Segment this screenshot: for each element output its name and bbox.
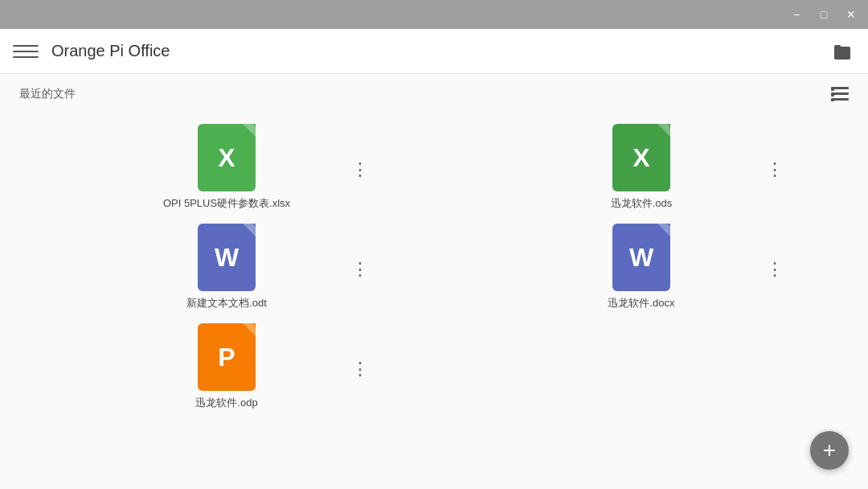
file-item-docx: W 迅龙软件.docx ⋮ <box>434 224 849 310</box>
file-item-odp: P 迅龙软件.odp ⋮ <box>19 323 434 410</box>
file-item-xlsx: X OPI 5PLUS硬件参数表.xlsx ⋮ <box>19 124 434 211</box>
more-menu-docx[interactable]: ⋮ <box>766 259 784 280</box>
file-icon-ods[interactable]: X <box>612 124 670 191</box>
maximize-button[interactable]: □ <box>817 7 831 22</box>
menu-icon[interactable] <box>13 39 39 64</box>
file-item-ods: X 迅龙软件.ods ⋮ <box>434 124 849 211</box>
svg-rect-5 <box>831 99 834 101</box>
file-letter-xlsx: X <box>218 143 235 173</box>
file-letter-ods: X <box>633 143 649 173</box>
more-menu-ods[interactable]: ⋮ <box>766 159 784 180</box>
file-name-docx: 迅龙软件.docx <box>608 296 674 310</box>
fab-button[interactable]: + <box>810 431 849 470</box>
section-header: 最近的文件 <box>19 87 849 101</box>
content-area: 最近的文件 X OPI 5PLUS硬件参数表.xlsx ⋮ <box>0 74 868 489</box>
more-menu-odp[interactable]: ⋮ <box>351 359 370 380</box>
file-icon-docx[interactable]: W <box>612 224 670 291</box>
file-letter-odt: W <box>215 243 239 273</box>
files-grid: X OPI 5PLUS硬件参数表.xlsx ⋮ X 迅龙软件.ods ⋮ W 新… <box>19 117 849 410</box>
file-icon-odp[interactable]: P <box>198 323 256 391</box>
file-name-odt: 新建文本文档.odt <box>186 296 267 310</box>
list-view-icon[interactable] <box>831 87 849 101</box>
title-bar: − □ ✕ <box>0 0 868 29</box>
file-icon-odt[interactable]: W <box>198 224 256 291</box>
folder-icon[interactable] <box>829 39 855 64</box>
file-name-xlsx: OPI 5PLUS硬件参数表.xlsx <box>163 196 290 211</box>
file-icon-xlsx[interactable]: X <box>198 124 256 191</box>
file-name-ods: 迅龙软件.ods <box>611 196 673 211</box>
files-row-1: X OPI 5PLUS硬件参数表.xlsx ⋮ X 迅龙软件.ods ⋮ <box>19 124 849 211</box>
file-letter-odp: P <box>218 343 235 372</box>
file-name-odp: 迅龙软件.odp <box>195 396 257 410</box>
file-item-odt: W 新建文本文档.odt ⋮ <box>19 224 434 310</box>
svg-rect-3 <box>831 88 834 91</box>
app-bar: Orange Pi Office <box>0 29 868 74</box>
close-button[interactable]: ✕ <box>844 7 858 22</box>
minimize-button[interactable]: − <box>789 7 804 22</box>
file-slot-empty <box>434 323 849 410</box>
more-menu-xlsx[interactable]: ⋮ <box>351 159 370 180</box>
app-title: Orange Pi Office <box>51 42 829 60</box>
files-row-3: P 迅龙软件.odp ⋮ <box>19 323 849 410</box>
svg-rect-4 <box>831 93 834 97</box>
files-row-2: W 新建文本文档.odt ⋮ W 迅龙软件.docx ⋮ <box>19 224 849 310</box>
section-title: 最近的文件 <box>19 87 76 101</box>
file-letter-docx: W <box>629 243 653 273</box>
more-menu-odt[interactable]: ⋮ <box>351 259 370 280</box>
